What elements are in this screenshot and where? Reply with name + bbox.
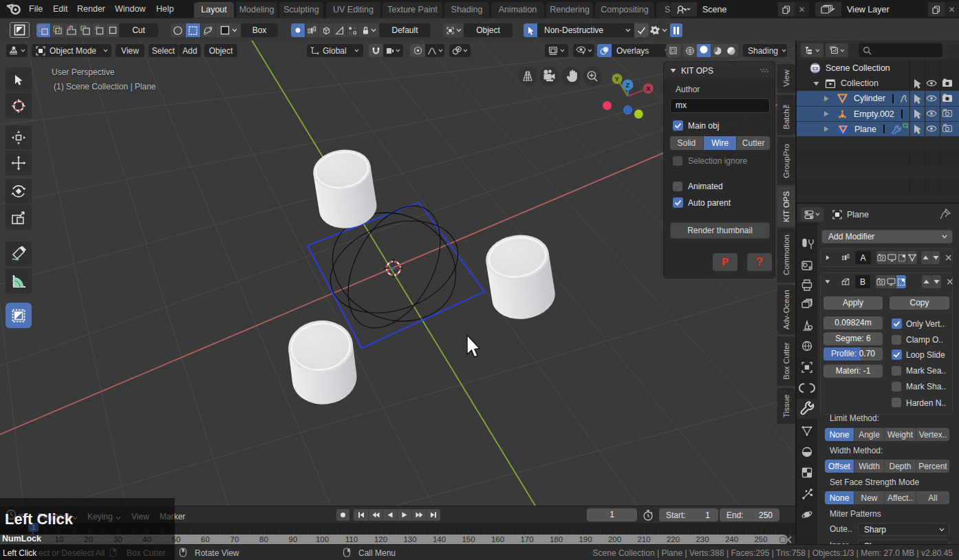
- svg-text:X: X: [646, 85, 651, 92]
- svg-text:Z: Z: [626, 81, 630, 89]
- svg-text:Y: Y: [615, 75, 620, 83]
